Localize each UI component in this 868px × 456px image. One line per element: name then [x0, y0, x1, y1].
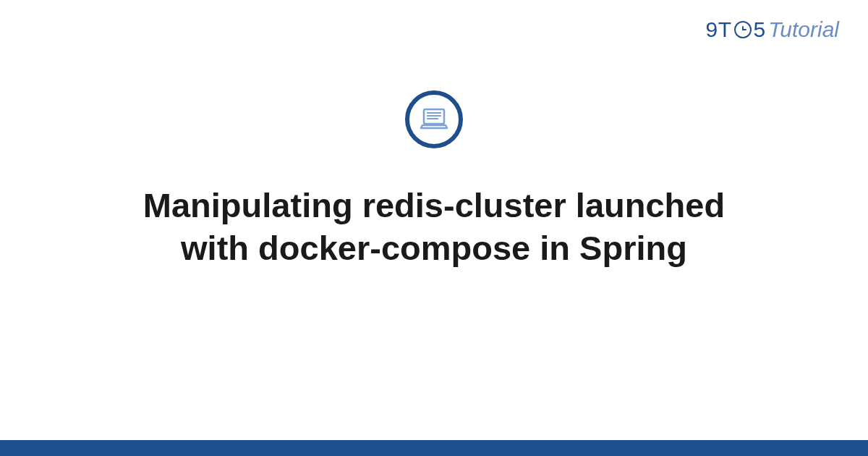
brand-text-tutorial: Tutorial — [768, 17, 839, 42]
laptop-icon — [418, 104, 450, 135]
clock-icon — [734, 21, 752, 38]
footer-accent-bar — [0, 440, 868, 456]
hero-icon-circle — [405, 90, 463, 148]
page-title: Manipulating redis-cluster launched with… — [80, 185, 788, 270]
brand-text-9t: 9T — [705, 17, 731, 42]
brand-logo: 9T 5 Tutorial — [705, 17, 839, 42]
main-content: Manipulating redis-cluster launched with… — [0, 90, 868, 270]
brand-text-5: 5 — [754, 17, 766, 42]
